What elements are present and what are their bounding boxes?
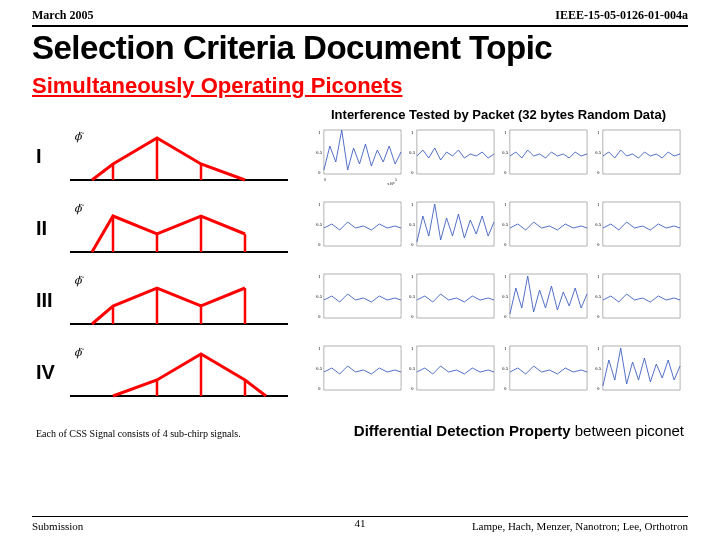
svg-text:0: 0 xyxy=(504,242,507,247)
svg-text:1: 1 xyxy=(411,274,414,279)
svg-rect-32 xyxy=(324,202,401,246)
svg-text:0.5: 0.5 xyxy=(316,366,323,371)
right-caption-bold: Differential Detection Property xyxy=(354,422,571,439)
svg-text:1: 1 xyxy=(597,274,600,279)
svg-text:1: 1 xyxy=(411,346,414,351)
svg-text:0: 0 xyxy=(411,386,414,391)
svg-text:0.5: 0.5 xyxy=(595,150,602,155)
svg-text:0.5: 0.5 xyxy=(409,294,416,299)
css-signal-plot-2: ϕ ~ xyxy=(70,198,288,258)
svg-text:1: 1 xyxy=(318,202,321,207)
css-signal-plot-4: ϕ ~ xyxy=(70,342,288,402)
svg-text:0: 0 xyxy=(504,314,507,319)
svg-text:1: 1 xyxy=(597,202,600,207)
page-subtitle: Simultaneously Operating Piconets xyxy=(0,73,720,103)
right-caption: Differential Detection Property between … xyxy=(354,422,684,439)
svg-text:0: 0 xyxy=(504,170,507,175)
spectrum-cell: 10.50 xyxy=(409,270,498,330)
plot-row-3: III ϕ ~ 10.50 10.50 10.50 xyxy=(36,268,684,332)
svg-text:0.5: 0.5 xyxy=(316,150,323,155)
plots-area: I ϕ ~ 10.50 05x10⁶ xyxy=(0,124,720,404)
header: March 2005 IEEE-15-05-0126-01-004a xyxy=(32,0,688,27)
left-caption: Each of CSS Signal consists of 4 sub-chi… xyxy=(36,428,241,439)
svg-text:0.5: 0.5 xyxy=(409,222,416,227)
plot-row-2: II ϕ ~ 10.50 10.50 10.50 xyxy=(36,196,684,260)
right-caption-rest: between piconet xyxy=(571,422,684,439)
spectrum-cell: 10.50 xyxy=(595,270,684,330)
svg-text:1: 1 xyxy=(504,130,507,135)
spectrum-row-4: 10.50 10.50 10.50 10.50 xyxy=(316,342,684,402)
svg-text:0: 0 xyxy=(597,170,600,175)
svg-rect-77 xyxy=(324,346,401,390)
svg-text:0: 0 xyxy=(411,242,414,247)
svg-text:~: ~ xyxy=(80,201,85,210)
svg-rect-44 xyxy=(603,202,680,246)
svg-text:x10⁶: x10⁶ xyxy=(387,181,395,186)
footer-submission: Submission xyxy=(32,520,83,532)
spectrum-cell: 10.50 xyxy=(502,342,591,402)
svg-text:1: 1 xyxy=(597,346,600,351)
svg-text:1: 1 xyxy=(318,346,321,351)
svg-text:0: 0 xyxy=(504,386,507,391)
footer-authors: Lampe, Hach, Menzer, Nanotron; Lee, Orth… xyxy=(472,520,688,532)
svg-text:0: 0 xyxy=(597,242,600,247)
svg-text:0: 0 xyxy=(318,314,321,319)
header-doc-id: IEEE-15-05-0126-01-004a xyxy=(555,8,688,23)
svg-text:1: 1 xyxy=(504,202,507,207)
svg-text:0.5: 0.5 xyxy=(502,150,509,155)
svg-text:1: 1 xyxy=(411,202,414,207)
svg-text:1: 1 xyxy=(504,274,507,279)
spectrum-cell: 10.50 05x10⁶ xyxy=(316,126,405,186)
svg-text:1: 1 xyxy=(318,130,321,135)
spectrum-cell: 10.50 xyxy=(595,126,684,186)
svg-text:1: 1 xyxy=(504,346,507,351)
spectrum-cell: 10.50 xyxy=(595,342,684,402)
spectrum-row-1: 10.50 05x10⁶ 10.50 10.50 xyxy=(316,126,684,186)
row-label: II xyxy=(36,217,62,240)
svg-text:0: 0 xyxy=(597,386,600,391)
spectrum-cell: 10.50 xyxy=(316,270,405,330)
page-title: Selection Criteria Document Topic xyxy=(0,27,720,73)
row-label: III xyxy=(36,289,62,312)
svg-text:1: 1 xyxy=(411,130,414,135)
spectrum-cell: 10.50 xyxy=(502,126,591,186)
svg-text:0.5: 0.5 xyxy=(595,366,602,371)
test-label: Interference Tested by Packet (32 bytes … xyxy=(0,107,720,122)
svg-rect-81 xyxy=(417,346,494,390)
row-label: I xyxy=(36,145,62,168)
spectrum-cell: 10.50 xyxy=(409,126,498,186)
spectrum-cell: 10.50 xyxy=(502,198,591,258)
footer: Submission Lampe, Hach, Menzer, Nanotron… xyxy=(32,516,688,532)
svg-text:1: 1 xyxy=(597,130,600,135)
css-signal-plot-3: ϕ ~ xyxy=(70,270,288,330)
svg-text:0: 0 xyxy=(411,170,414,175)
captions-row: Each of CSS Signal consists of 4 sub-chi… xyxy=(0,404,720,445)
spectrum-cell: 10.50 xyxy=(502,270,591,330)
svg-rect-40 xyxy=(510,202,587,246)
svg-text:5: 5 xyxy=(395,177,397,182)
spectrum-cell: 10.50 xyxy=(316,342,405,402)
svg-rect-67 xyxy=(603,274,680,318)
spectrum-row-2: 10.50 10.50 10.50 10.50 xyxy=(316,198,684,258)
svg-text:0: 0 xyxy=(318,170,321,175)
svg-rect-6 xyxy=(324,130,401,174)
svg-text:0.5: 0.5 xyxy=(502,366,509,371)
svg-text:0: 0 xyxy=(411,314,414,319)
plot-row-1: I ϕ ~ 10.50 05x10⁶ xyxy=(36,124,684,188)
svg-text:0.5: 0.5 xyxy=(316,222,323,227)
svg-text:0.5: 0.5 xyxy=(409,150,416,155)
svg-text:0: 0 xyxy=(324,177,326,182)
spectrum-row-3: 10.50 10.50 10.50 10.50 xyxy=(316,270,684,330)
svg-text:0: 0 xyxy=(318,386,321,391)
svg-rect-85 xyxy=(510,346,587,390)
svg-text:1: 1 xyxy=(318,274,321,279)
svg-text:0.5: 0.5 xyxy=(595,222,602,227)
svg-text:0.5: 0.5 xyxy=(595,294,602,299)
svg-text:~: ~ xyxy=(80,273,85,282)
svg-rect-59 xyxy=(417,274,494,318)
svg-text:0.5: 0.5 xyxy=(502,222,509,227)
svg-text:~: ~ xyxy=(80,129,85,138)
svg-rect-55 xyxy=(324,274,401,318)
spectrum-cell: 10.50 xyxy=(316,198,405,258)
svg-text:0.5: 0.5 xyxy=(502,294,509,299)
